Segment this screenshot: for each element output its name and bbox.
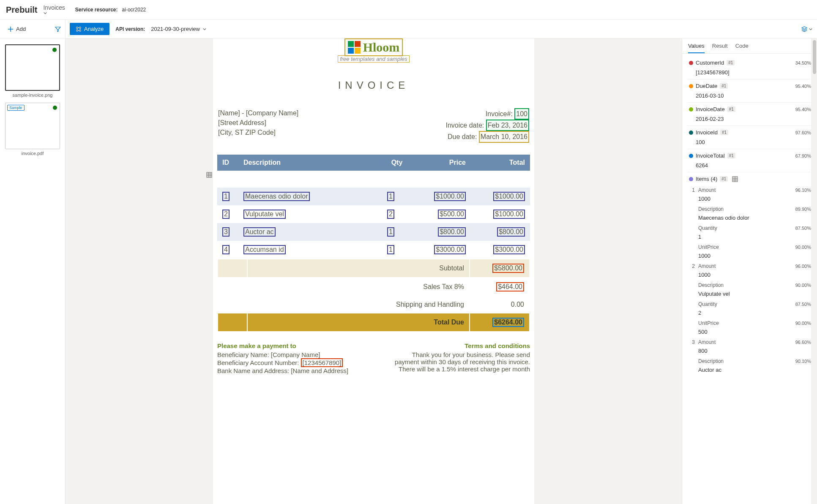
item-sub-field[interactable]: 3Amount96.60% <box>688 338 811 346</box>
terms-info: Terms and conditions Thank you for your … <box>395 342 530 374</box>
subtotal-value: $5800.00 <box>492 264 524 273</box>
ship-label: Shipping and Handling <box>248 297 469 313</box>
item-index: 2 <box>688 263 695 269</box>
total-due-value: $6264.00 <box>492 318 524 327</box>
color-dot <box>689 131 693 135</box>
item-sub-field[interactable]: Quantity87.50% <box>688 300 811 308</box>
panel-tabs: Values Result Code <box>682 38 817 54</box>
add-label: Add <box>16 26 26 32</box>
sub-value: Maecenas odio dolor <box>698 215 811 221</box>
address-line: [City, ST ZIP Code] <box>218 128 298 137</box>
table-icon[interactable] <box>206 172 212 178</box>
item-sub-field[interactable]: 2Amount96.00% <box>688 262 811 270</box>
item-index: 1 <box>688 187 695 193</box>
chevron-down-icon <box>202 27 207 31</box>
toolbar: Add Analyze API version: 2021-09-30-prev… <box>0 20 817 38</box>
due-date: March 10, 2016 <box>479 131 529 142</box>
footer-line: There will be a 1.5% interest charge per… <box>395 365 530 373</box>
item-sub-field[interactable]: UnitPrice90.00% <box>688 319 811 327</box>
sub-value: 500 <box>698 329 811 335</box>
thumbnail[interactable]: Sampleinvoice.pdf <box>5 103 60 156</box>
confidence: 90.00% <box>795 245 811 250</box>
field-name: InvoiceDate <box>696 106 725 112</box>
document-title: INVOICE <box>217 79 530 91</box>
item-sub-field[interactable]: Quantity87.50% <box>688 223 811 232</box>
chevron-down-icon <box>43 11 47 15</box>
sub-value: 800 <box>698 348 811 354</box>
breadcrumb[interactable]: Invoices <box>43 4 65 15</box>
subtotal-label: Subtotal <box>248 259 469 277</box>
sub-value: 2 <box>698 310 811 316</box>
confidence: 96.60% <box>795 340 811 345</box>
thumbnail-label: sample-invoice.png <box>5 93 60 98</box>
color-dot <box>689 61 693 65</box>
confidence: 95.40% <box>795 84 811 89</box>
sub-name: Quantity <box>698 301 717 307</box>
status-dot <box>52 48 57 52</box>
api-version-value: 2021-09-30-preview <box>151 26 200 32</box>
payment-info: Please make a payment to Beneficiary Nam… <box>217 342 348 374</box>
field[interactable]: InvoiceDate#195.40%2016-02-23 <box>687 103 811 126</box>
footer-line: payment within 30 days of receiving this… <box>395 358 530 365</box>
sub-value: Auctor ac <box>698 367 811 373</box>
chevron-down-icon <box>809 27 813 31</box>
panel-body[interactable]: CustomerId#134.50%[1234567890]DueDate#19… <box>682 54 817 504</box>
item-sub-field[interactable]: 1Amount96.10% <box>688 185 811 194</box>
col-desc: Description <box>238 155 382 171</box>
tab-values[interactable]: Values <box>688 43 705 53</box>
field-badge: #1 <box>727 106 735 112</box>
items-header[interactable]: Items (4)#1 <box>687 172 811 185</box>
scrollbar[interactable] <box>811 38 817 504</box>
item-index: 3 <box>688 339 695 345</box>
color-dot <box>689 177 693 181</box>
header: Prebuilt Invoices Service resource: ai-o… <box>0 0 817 20</box>
api-version-label: API version: <box>115 26 145 32</box>
col-qty: Qty <box>382 155 412 171</box>
footer-line: Bank Name and Address: [Name and Address… <box>217 367 348 374</box>
document-viewer[interactable]: Hloom free templates and samples INVOICE… <box>66 38 682 504</box>
sub-name: Amount <box>698 339 716 345</box>
field-name: InvoiceTotal <box>696 153 725 159</box>
service-resource-value: ai-ocr2022 <box>122 7 146 13</box>
item-sub-field[interactable]: UnitPrice90.00% <box>688 242 811 251</box>
field-value: 6264 <box>696 162 811 169</box>
field-badge: #1 <box>727 60 735 65</box>
sub-name: Description <box>698 206 724 212</box>
invoice-date: Feb 23, 2016 <box>486 120 529 131</box>
items-badge: #1 <box>720 176 728 182</box>
field-value: 2016-02-23 <box>696 116 811 122</box>
label: Invoice date: <box>446 122 484 129</box>
item-sub-field[interactable]: Description90.10% <box>688 357 811 365</box>
service-resource-label: Service resource: <box>75 7 118 13</box>
field[interactable]: CustomerId#134.50%[1234567890] <box>687 56 811 79</box>
field-value: 2016-03-10 <box>696 93 811 99</box>
account-number: [1234567890] <box>301 358 343 367</box>
color-dot <box>689 154 693 158</box>
item-sub-field[interactable]: Description90.00% <box>688 281 811 289</box>
app-title: Prebuilt <box>6 5 37 15</box>
line-items-table: ID Description Qty Price Total 1Maecenas… <box>217 155 530 259</box>
api-version-select[interactable]: 2021-09-30-preview <box>151 26 207 32</box>
add-button[interactable]: Add <box>8 26 26 32</box>
table-row: 3Auctor ac1$800.00$800.00 <box>217 223 530 241</box>
confidence: 97.60% <box>795 130 811 135</box>
tax-value: $464.00 <box>496 282 524 292</box>
logo-text: Hloom <box>363 40 400 54</box>
field-value: 100 <box>696 139 811 145</box>
item-sub-field[interactable]: Description89.90% <box>688 204 811 213</box>
filter-button[interactable] <box>55 26 61 32</box>
analyze-label: Analyze <box>84 26 104 32</box>
analyze-button[interactable]: Analyze <box>70 23 109 35</box>
sub-value: 1000 <box>698 253 811 259</box>
tab-result[interactable]: Result <box>712 43 728 53</box>
address-line: [Name] - [Company Name] <box>218 108 298 118</box>
tab-code[interactable]: Code <box>735 43 749 53</box>
field[interactable]: DueDate#195.40%2016-03-10 <box>687 79 811 103</box>
thumbnail[interactable]: sample-invoice.png <box>5 44 60 98</box>
layers-button[interactable] <box>801 26 813 33</box>
field[interactable]: InvoiceTotal#167.90%6264 <box>687 149 811 172</box>
field-badge: #1 <box>720 83 728 89</box>
footer-line: Thank you for your business. Please send <box>395 351 530 358</box>
field[interactable]: InvoiceId#197.60%100 <box>687 126 811 149</box>
sub-value: 1000 <box>698 196 811 202</box>
